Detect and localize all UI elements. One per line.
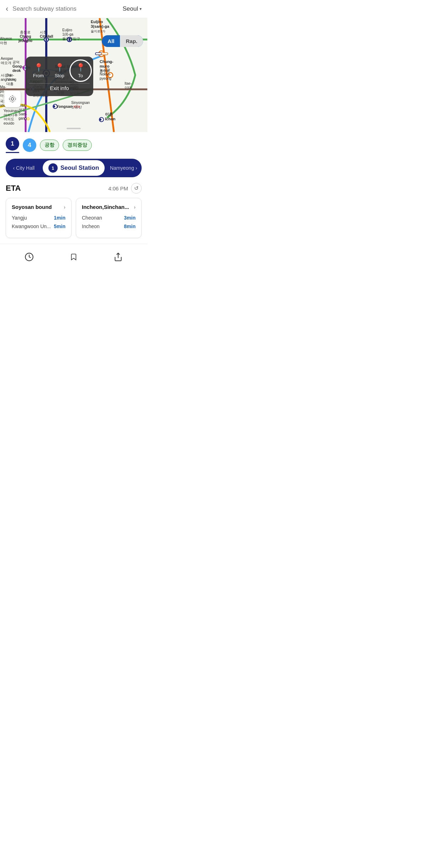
scroll-indicator [67,128,81,129]
from-icon: 📍 [34,63,43,72]
gyeongui-tab[interactable]: 경의중앙 [63,140,92,151]
history-button[interactable] [21,249,37,265]
aeogae-label: Aeogae애오개 [1,57,13,65]
train-arrow-1: › [134,204,136,210]
yeouinaru-label: Yeouinaru여의나루 [4,109,20,117]
current-station: 1 Seoul Station [43,160,105,176]
train-stop-1-1: Incheon [82,223,100,229]
train-arrow-0: › [64,204,65,210]
daeheung-label: Dae-heung대흥 [6,73,16,86]
to-label: To [78,73,83,78]
train-arrival-1-1: Incheon 8min [82,223,136,229]
filter-rap-button[interactable]: Rap. [120,35,143,47]
header: ‹ Seoul ▾ [0,0,147,18]
filter-all-button[interactable]: All [102,35,120,47]
refresh-button[interactable]: ↺ [131,183,142,194]
share-button[interactable] [110,249,126,265]
train-direction-label-0: Soyosan bound [12,204,52,210]
svg-point-37 [10,96,16,102]
saetgang-label: 샛강Saet-gang [19,108,27,121]
map-filter: All Rap. [102,35,143,47]
chungmuro-label: Chung-muro충무로 [100,59,113,74]
yeouido-label: 여의도eouido [4,117,14,126]
train-card-0: Soyosan bound › Yangju 1min Kwangwoon Un… [6,198,72,238]
eta-title: ETA [6,184,21,193]
train-arrival-0-0: Yangju 1min [12,215,65,221]
exit-info-button[interactable]: Exit info [29,83,90,93]
train-time-0-1: 5min [54,223,65,229]
line4-tab[interactable]: 4 [23,138,36,152]
line1-tab-wrapper: 1 [6,137,19,153]
cityhall-label: 시청CityHall [40,30,53,39]
prev-arrow-icon: ‹ [13,165,15,171]
stop-label: Stop [55,73,64,78]
train-time-1-0: 3min [124,215,136,221]
itae-label: Itae-이태 [125,81,132,90]
train-arrival-0-1: Kwangwoon Un... 5min [12,223,65,229]
to-icon: 📍 [76,63,85,72]
airport-tab[interactable]: 공항 [40,140,59,151]
city-label: Seoul [123,5,138,12]
city-selector[interactable]: Seoul ▾ [123,5,142,12]
station-navigator: ‹ City Hall 1 Seoul Station Namyeong › [6,159,142,177]
gongdeok-label: 공덕Gong-deok [12,60,23,73]
stop-icon: 📍 [55,63,64,72]
eta-time-value: 4:06 PM [108,185,128,191]
train-direction-label-1: Incheon,Sinchan... [82,204,129,210]
train-time-1-1: 8min [124,223,136,229]
station-popup: 📍 From 📍 Stop 📍 To Exit info [26,57,93,96]
to-button[interactable]: 📍 To [71,61,90,80]
back-button[interactable]: ‹ [6,4,8,14]
svg-rect-31 [27,118,29,120]
chevron-down-icon: ▾ [140,6,142,11]
yongsan-label: Yongsan KTX [56,104,80,109]
line-tabs: 1 4 공항 경의중앙 [0,132,147,156]
train-time-0-0: 1min [54,215,65,221]
subway-map: All Rap. Airport 충정로Chungjeongno 시청CityH… [0,18,147,132]
train-stop-0-1: Kwangwoon Un... [12,223,51,229]
chungjeongno-label: 충정로Chungjeongno [19,30,32,43]
euljiro3ga-label: Euljiro3(sam)-ga을지로3가 [91,20,109,34]
eta-header: ETA 4:06 PM ↺ [0,182,147,198]
location-button[interactable] [4,91,21,107]
from-label: From [33,73,44,78]
ahyeon-label: Ahyeon아현 [0,37,12,45]
svg-rect-15 [101,53,108,55]
train-stop-0-0: Yangju [12,215,27,221]
line-number-badge: 1 [48,163,58,173]
next-station-label: Namyeong [110,165,134,171]
svg-rect-33 [100,119,101,121]
train-direction-0[interactable]: Soyosan bound › [12,204,65,210]
prev-station-label: City Hall [16,165,35,171]
next-arrow-icon: › [136,165,137,171]
train-arrival-1-0: Cheonan 3min [82,215,136,221]
from-button[interactable]: 📍 From [29,61,48,80]
bookmark-button[interactable] [66,249,81,265]
train-direction-1[interactable]: Incheon,Sinchan... › [82,204,136,210]
train-cards: Soyosan bound › Yangju 1min Kwangwoon Un… [0,198,147,244]
next-station-button[interactable]: Namyeong › [105,165,142,171]
train-stop-1-0: Cheonan [82,215,102,221]
current-station-label: Seoul Station [60,164,99,172]
line1-tab[interactable]: 1 [6,137,19,151]
bottom-toolbar [0,244,147,272]
ichon-label: 이촌Ichon [105,112,115,121]
svg-point-36 [11,98,14,100]
search-input[interactable] [12,5,122,12]
stop-button[interactable]: 📍 Stop [50,61,69,80]
svg-rect-14 [95,53,102,55]
eta-time: 4:06 PM ↺ [108,183,142,194]
train-card-1: Incheon,Sinchan... › Cheonan 3min Incheo… [76,198,142,238]
euljiro1ga-label: Euljiro1(il)-ga을지로입구 [62,28,80,41]
line1-underline [6,152,19,153]
svg-rect-29 [53,105,55,107]
popup-buttons: 📍 From 📍 Stop 📍 To [29,61,90,80]
prev-station-button[interactable]: ‹ City Hall [6,165,42,171]
